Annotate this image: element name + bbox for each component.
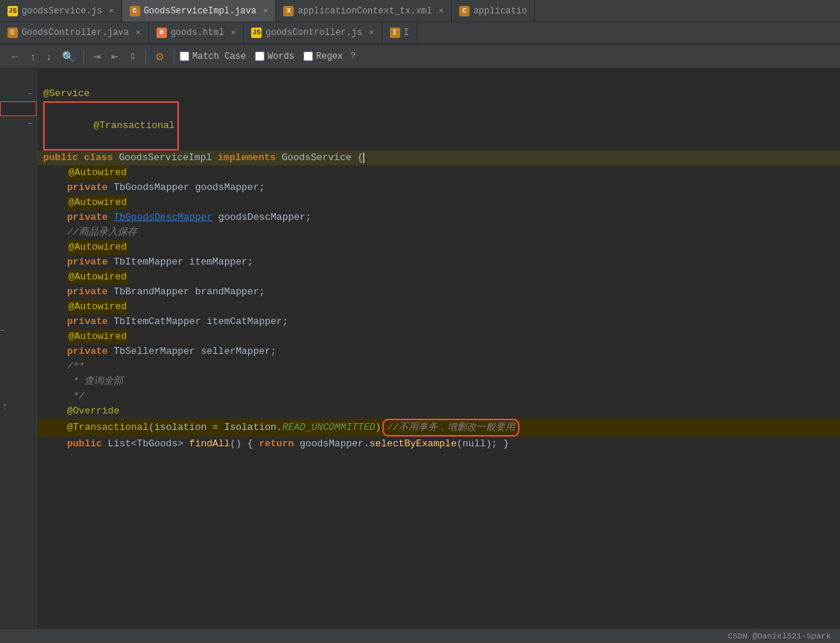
- tab-bar-top: JS goodsService.js × C GoodsServiceImpl.…: [0, 0, 840, 22]
- down-button[interactable]: ↓: [42, 48, 55, 65]
- separator: [83, 50, 84, 63]
- code-line-override: @Override: [37, 404, 840, 419]
- gutter-line: [0, 414, 37, 429]
- regex-label: Regex: [316, 51, 343, 62]
- format-btn2[interactable]: ⇤: [107, 49, 122, 64]
- regex-checkbox-label[interactable]: Regex: [303, 51, 343, 62]
- words-checkbox-label[interactable]: Words: [255, 51, 294, 62]
- gutter-line: [0, 370, 37, 384]
- tab-i[interactable]: I I: [382, 22, 417, 43]
- words-label: Words: [268, 51, 294, 62]
- transactional-box: @Transactional: [43, 101, 179, 151]
- tab-label: applicatio: [473, 6, 527, 16]
- code-line-class: public class GoodsServiceImpl implements…: [37, 151, 840, 165]
- status-bar: CSDN @Daniel521-Spark: [0, 628, 840, 643]
- tab-label: GoodsServiceImpl.java: [144, 6, 256, 16]
- gutter-line-up: ↑: [0, 399, 37, 414]
- code-line-autowired5: @Autowired: [37, 300, 840, 314]
- words-checkbox[interactable]: [255, 51, 265, 61]
- tab-close-btn[interactable]: ×: [439, 7, 444, 16]
- format-btn3[interactable]: ⇳: [125, 49, 140, 64]
- tab-label: I: [404, 28, 409, 38]
- var-goodsmapper: goodsMapper;: [195, 180, 265, 195]
- tab-goodsserviceimpl-java[interactable]: C GoodsServiceImpl.java ×: [122, 0, 277, 22]
- match-case-checkbox[interactable]: [180, 51, 189, 61]
- tab-close-btn[interactable]: ×: [136, 28, 141, 37]
- find-button[interactable]: 🔍: [58, 48, 78, 65]
- annotation-autowired4: @Autowired: [69, 271, 127, 282]
- kw-private2: private: [67, 210, 113, 225]
- regex-checkbox[interactable]: [303, 51, 313, 61]
- autowired-highlight: @Autowired: [67, 300, 128, 314]
- brace-open: {: [357, 151, 363, 165]
- gutter-line: [0, 146, 37, 161]
- code-line-comment-zh: //商品录入保存: [37, 225, 840, 240]
- code-line-transactional-isolation: @Transactional(isolation = Isolation.REA…: [37, 419, 840, 437]
- code-line-sellermapper: private TbSellerMapper sellerMapper;: [37, 344, 840, 359]
- tab-label: goodsController.js: [265, 28, 362, 38]
- fold-comment-icon[interactable]: −: [0, 327, 4, 335]
- up-button[interactable]: ↑: [27, 48, 40, 65]
- tab-label: GoodsController.java: [22, 28, 129, 38]
- gutter-line: −: [0, 116, 37, 131]
- eq: =: [212, 420, 224, 435]
- code-editor[interactable]: @Service @Transactional public class Goo…: [37, 69, 840, 628]
- gutter-line: [0, 221, 37, 235]
- tab-close-btn[interactable]: ×: [263, 7, 268, 16]
- gutter-line: −: [0, 86, 37, 101]
- back-button[interactable]: ←: [6, 48, 24, 65]
- kw-class: class: [84, 151, 119, 165]
- tab-label: applicationContext_tx.xml: [297, 6, 432, 16]
- kw-return: return: [259, 437, 300, 452]
- annotation-autowired6: @Autowired: [69, 331, 127, 342]
- var-itemcatmapper: itemCatMapper;: [206, 314, 288, 329]
- format-btn1[interactable]: ⇥: [89, 49, 104, 64]
- code-line-jsdoc-desc: * 查询全部: [37, 374, 840, 389]
- tab-application[interactable]: C applicatio: [452, 0, 535, 22]
- filter-btn[interactable]: ⚙: [151, 48, 168, 65]
- link-tbgoodsdescmapper[interactable]: TbGoodsDescMapper: [113, 210, 212, 225]
- annotation-autowired2: @Autowired: [69, 197, 127, 208]
- editor-container: − − − ↑: [0, 69, 840, 628]
- toolbar: ← ↑ ↓ 🔍 ⇥ ⇤ ⇳ ⚙ Match Case Words Regex ?: [0, 45, 840, 69]
- java-c-icon: C: [7, 28, 18, 38]
- annotation-service: @Service: [43, 86, 89, 101]
- annotation-autowired: @Autowired: [69, 167, 127, 178]
- comment-no-tx: //不用事务，增删改一般要用: [387, 422, 515, 433]
- match-case-checkbox-label[interactable]: Match Case: [180, 51, 246, 62]
- fold-class-icon[interactable]: −: [28, 120, 32, 128]
- comment-jsdoc-open: /**: [67, 359, 84, 374]
- classname: GoodsServiceImpl: [119, 151, 218, 165]
- tab-goods-html[interactable]: H goods.html ×: [149, 22, 244, 43]
- gutter-line: −: [0, 325, 37, 340]
- var-goodsdescmapper: goodsDescMapper;: [212, 210, 312, 225]
- tab-label: goods.html: [171, 28, 224, 38]
- annotation-transactional2: @Transactional: [67, 420, 148, 435]
- scroll-up-icon[interactable]: ↑: [1, 401, 7, 413]
- gutter-line: [0, 131, 37, 146]
- code-line-jsdoc-close: */: [37, 389, 840, 404]
- tab-close-btn[interactable]: ×: [231, 28, 236, 37]
- method-parens: () {: [230, 437, 259, 452]
- var-itemmapper: itemMapper;: [189, 255, 253, 270]
- code-line-autowired4: @Autowired: [37, 270, 840, 285]
- tab-close-btn[interactable]: ×: [109, 7, 114, 16]
- kw-public2: public: [67, 437, 108, 452]
- classname-tbgoodsmapper: TbGoodsMapper: [113, 180, 195, 195]
- tab-goodscontroller-js[interactable]: JS goodsController.js ×: [244, 22, 382, 43]
- fold-icon[interactable]: −: [28, 90, 32, 98]
- tab-close-btn[interactable]: ×: [369, 28, 374, 37]
- gutter-line: [0, 340, 37, 355]
- gutter-line: [0, 280, 37, 295]
- code-line-findall: public List<TbGoods> findAll() { return …: [37, 437, 840, 452]
- isolation-class: Isolation.: [224, 420, 282, 435]
- code-line: @Service: [37, 86, 840, 101]
- gutter-line: [0, 355, 37, 370]
- separator2: [145, 50, 146, 63]
- gutter-line: [0, 176, 37, 191]
- tab-applicationcontext-xml[interactable]: X applicationContext_tx.xml ×: [276, 0, 452, 22]
- annotation-transactional: @Transactional: [93, 120, 174, 131]
- tab-goodsservice-js[interactable]: JS goodsService.js ×: [0, 0, 122, 22]
- help-btn[interactable]: ?: [350, 51, 356, 62]
- tab-goodscontroller-java[interactable]: C GoodsController.java ×: [0, 22, 149, 43]
